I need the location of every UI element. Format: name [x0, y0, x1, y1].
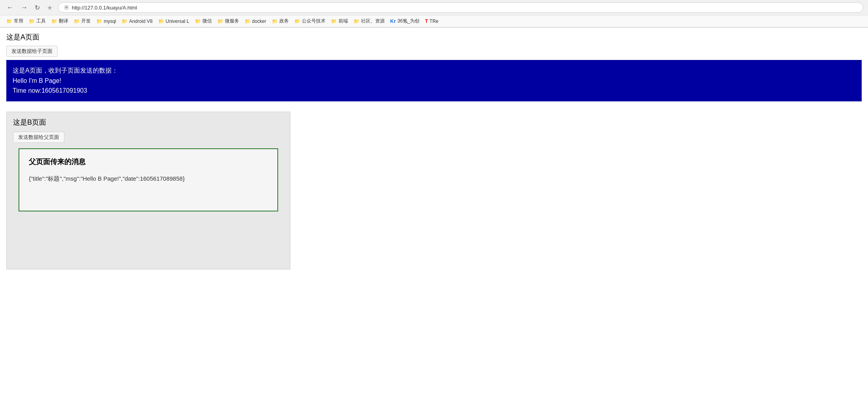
- folder-icon: 📁: [122, 19, 127, 24]
- bookmark-工具[interactable]: 📁 工具: [26, 17, 48, 25]
- bookmark-mysql[interactable]: 📁 mysql: [94, 18, 118, 25]
- b-page-title: 这是B页面: [13, 118, 284, 127]
- folder-icon: 📁: [74, 19, 80, 24]
- bookmark-label: 前端: [339, 18, 348, 24]
- bookmark-label: mysql: [104, 19, 116, 24]
- address-text: http://127.0.0.1/kuayu/A.html: [72, 5, 137, 11]
- bookmark-label: 微信: [202, 18, 212, 24]
- a-page-title: 这是A页面: [6, 32, 862, 42]
- bookmark-label: 工具: [36, 18, 46, 24]
- bookmark-label: docker: [252, 19, 266, 24]
- bookmark-universal[interactable]: 📁 Universal L: [156, 18, 192, 25]
- folder-icon: 📁: [96, 19, 102, 24]
- bookmark-label: 36氪_为创: [397, 18, 419, 24]
- bookmark-community[interactable]: 📁 社区、资源: [351, 17, 387, 25]
- reload-button[interactable]: ↻: [33, 3, 41, 12]
- shield-icon: ⛨: [64, 4, 69, 11]
- b-page-message-display: 父页面传来的消息 {"title":"标题","msg":"Hello B Pa…: [19, 148, 278, 211]
- a-page-message-line2: Hello I'm B Page!: [13, 76, 855, 86]
- a-page-message-box: 这是A页面，收到子页面发送的数据： Hello I'm B Page! Time…: [6, 60, 862, 101]
- star-button[interactable]: ★: [45, 3, 54, 12]
- address-bar[interactable]: ⛨ http://127.0.0.1/kuayu/A.html: [58, 2, 863, 13]
- a-page: 这是A页面 发送数据给子页面 这是A页面，收到子页面发送的数据： Hello I…: [0, 28, 868, 106]
- folder-icon: 📁: [51, 19, 57, 24]
- b-page-message-title: 父页面传来的消息: [29, 157, 268, 166]
- bookmark-翻译[interactable]: 📁 翻译: [49, 17, 71, 25]
- folder-icon: 📁: [158, 19, 164, 24]
- folder-icon: 📁: [331, 19, 337, 24]
- bookmark-label: 公众号技术: [302, 18, 326, 24]
- b-page: 这是B页面 发送数据给父页面 父页面传来的消息 {"title":"标题","m…: [7, 112, 290, 222]
- bookmark-frontend[interactable]: 📁 前端: [329, 17, 350, 25]
- a-page-message-line1: 这是A页面，收到子页面发送的数据：: [13, 65, 855, 76]
- folder-icon: 📁: [195, 19, 201, 24]
- bookmark-label: 微服务: [225, 18, 239, 24]
- send-to-parent-button[interactable]: 发送数据给父页面: [13, 132, 64, 143]
- bookmark-label: 常用: [14, 18, 23, 24]
- forward-button[interactable]: →: [19, 3, 29, 13]
- a-page-message-line3: Time now:1605617091903: [13, 86, 855, 96]
- bookmark-36ke[interactable]: Kr 36氪_为创: [388, 17, 422, 25]
- page-content: 这是A页面 发送数据给子页面 这是A页面，收到子页面发送的数据： Hello I…: [0, 28, 868, 269]
- bookmark-label: 社区、资源: [361, 18, 385, 24]
- bookmark-label: 翻译: [59, 18, 68, 24]
- send-to-child-button[interactable]: 发送数据给子页面: [6, 46, 58, 57]
- browser-chrome: ← → ↻ ★ ⛨ http://127.0.0.1/kuayu/A.html …: [0, 0, 868, 28]
- folder-icon: 📁: [354, 19, 359, 24]
- bookmark-docker[interactable]: 📁 docker: [242, 18, 269, 25]
- bookmark-label: TRe: [430, 19, 439, 24]
- back-button[interactable]: ←: [5, 3, 15, 13]
- bookmark-常用[interactable]: 📁 常用: [4, 17, 26, 25]
- bookmark-android[interactable]: 📁 Android V8: [119, 18, 155, 25]
- bookmark-zhengwu[interactable]: 📁 政务: [269, 17, 291, 25]
- bookmark-label: 政务: [279, 18, 289, 24]
- bookmark-label: Android V8: [129, 19, 152, 24]
- bookmark-microservices[interactable]: 📁 微服务: [215, 17, 241, 25]
- bookmark-开发[interactable]: 📁 开发: [71, 17, 93, 25]
- folder-icon: 📁: [245, 19, 251, 24]
- bookmark-weixin[interactable]: 📁 微信: [193, 17, 214, 25]
- folder-icon: 📁: [29, 19, 35, 24]
- red-icon: T: [425, 19, 428, 24]
- iframe-container: 这是B页面 发送数据给父页面 父页面传来的消息 {"title":"标题","m…: [6, 112, 290, 269]
- bookmark-label: 开发: [81, 18, 91, 24]
- bookmark-label: Universal L: [166, 19, 189, 24]
- nav-bar: ← → ↻ ★ ⛨ http://127.0.0.1/kuayu/A.html: [0, 0, 868, 15]
- folder-icon: 📁: [217, 19, 223, 24]
- bookmark-tre[interactable]: T TRe: [423, 18, 441, 25]
- folder-icon: 📁: [294, 19, 300, 24]
- folder-icon: 📁: [6, 19, 12, 24]
- special-icon: Kr: [390, 18, 396, 24]
- folder-icon: 📁: [272, 19, 278, 24]
- bookmark-gongzhonghao[interactable]: 📁 公众号技术: [292, 17, 328, 25]
- b-page-message-content: {"title":"标题","msg":"Hello B Page!","dat…: [29, 174, 268, 183]
- bookmarks-bar: 📁 常用 📁 工具 📁 翻译 📁 开发 📁 mysql 📁 Android V8…: [0, 15, 868, 27]
